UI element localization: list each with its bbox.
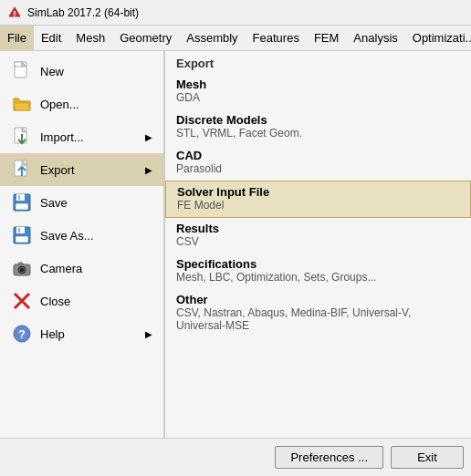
menu-edit[interactable]: Edit (34, 26, 68, 50)
svg-rect-14 (16, 203, 28, 210)
file-menu-open-label: Open... (40, 98, 152, 111)
svg-rect-13 (16, 194, 25, 201)
svg-rect-17 (16, 227, 25, 233)
submenu-item-results[interactable]: Results CSV (165, 218, 471, 254)
menu-bar: File Edit Mesh Geometry Assembly Feature… (0, 26, 471, 51)
open-icon (11, 93, 33, 115)
submenu-item-other[interactable]: Other CSV, Nastran, Abaqus, Medina-BIF, … (165, 289, 471, 337)
file-menu-help-label: Help (40, 327, 145, 341)
menu-fem[interactable]: FEM (307, 26, 346, 50)
file-menu-export-label: Export (40, 163, 145, 177)
svg-point-22 (20, 268, 24, 272)
submenu-item-solver-desc: FE Model (177, 199, 459, 212)
close-icon (11, 290, 33, 312)
export-arrow: ▶ (145, 165, 152, 175)
help-icon: ? (11, 323, 33, 345)
file-menu-help[interactable]: ? Help ▶ (0, 317, 163, 350)
submenu-item-specifications-desc: Mesh, LBC, Optimization, Sets, Groups... (176, 271, 460, 284)
submenu-item-cad-title: CAD (176, 149, 460, 162)
file-menu-save[interactable]: Save (0, 186, 163, 219)
title-bar-text: SimLab 2017.2 (64-bit) (27, 6, 139, 19)
file-menu-saveas-label: Save As... (40, 229, 152, 243)
new-icon (11, 60, 33, 82)
file-menu-camera[interactable]: Camera (0, 252, 163, 285)
submenu-item-mesh-title: Mesh (176, 78, 460, 91)
saveas-icon (11, 224, 33, 246)
help-arrow: ▶ (145, 329, 152, 339)
submenu-item-other-desc: CSV, Nastran, Abaqus, Medina-BIF, Univer… (176, 306, 460, 332)
file-menu-close-label: Close (40, 295, 152, 308)
submenu-item-discrete[interactable]: Discrete Models STL, VRML, Facet Geom. (165, 109, 471, 145)
submenu-item-mesh-desc: GDA (176, 91, 460, 104)
save-icon (11, 191, 33, 213)
menu-assembly[interactable]: Assembly (179, 26, 245, 50)
file-menu-import-label: Import... (40, 130, 145, 144)
menu-file[interactable]: File (0, 26, 34, 50)
svg-text:?: ? (18, 327, 26, 341)
svg-rect-19 (18, 228, 20, 233)
submenu-item-cad-desc: Parasolid (176, 162, 460, 175)
menu-geometry[interactable]: Geometry (112, 26, 179, 50)
file-menu: New Open... Import... ▶ (0, 51, 164, 438)
submenu-item-results-title: Results (176, 222, 460, 235)
submenu-item-discrete-desc: STL, VRML, Facet Geom. (176, 127, 460, 140)
app-logo (7, 5, 22, 20)
file-menu-new[interactable]: New (0, 55, 163, 88)
submenu-item-other-title: Other (176, 293, 460, 306)
main-area: New Open... Import... ▶ (0, 51, 471, 438)
svg-rect-18 (16, 236, 28, 243)
submenu-item-discrete-title: Discrete Models (176, 113, 460, 127)
title-bar: SimLab 2017.2 (64-bit) (0, 0, 471, 26)
file-menu-import[interactable]: Import... ▶ (0, 120, 163, 153)
submenu-item-specifications-title: Specifications (176, 257, 460, 271)
menu-mesh[interactable]: Mesh (68, 26, 112, 50)
submenu-item-solver[interactable]: Solver Input File FE Model (165, 181, 471, 218)
export-submenu: Export Mesh GDA Discrete Models STL, VRM… (164, 51, 471, 438)
submenu-item-solver-title: Solver Input File (177, 185, 459, 199)
bottom-bar: Preferences ... Exit (0, 438, 471, 476)
svg-rect-15 (18, 195, 20, 200)
svg-rect-4 (15, 62, 22, 67)
submenu-item-specifications[interactable]: Specifications Mesh, LBC, Optimization, … (165, 254, 471, 289)
import-arrow: ▶ (145, 132, 152, 142)
exit-button[interactable]: Exit (391, 446, 464, 469)
menu-optimization[interactable]: Optimizati... (405, 26, 471, 50)
submenu-item-results-desc: CSV (176, 235, 460, 248)
submenu-header: Export (165, 51, 471, 74)
file-menu-new-label: New (40, 65, 152, 78)
file-menu-close[interactable]: Close (0, 285, 163, 317)
menu-analysis[interactable]: Analysis (346, 26, 404, 50)
camera-icon (11, 257, 33, 279)
submenu-item-mesh[interactable]: Mesh GDA (165, 74, 471, 109)
submenu-item-cad[interactable]: CAD Parasolid (165, 145, 471, 181)
file-menu-save-label: Save (40, 196, 152, 210)
file-menu-saveas[interactable]: Save As... (0, 219, 163, 252)
file-menu-camera-label: Camera (40, 262, 152, 275)
svg-point-2 (14, 15, 16, 16)
svg-rect-23 (18, 263, 23, 265)
file-menu-open[interactable]: Open... (0, 88, 163, 120)
export-icon (11, 159, 33, 181)
preferences-button[interactable]: Preferences ... (275, 446, 383, 469)
import-icon (11, 126, 33, 148)
file-menu-export[interactable]: Export ▶ (0, 153, 163, 186)
menu-features[interactable]: Features (246, 26, 307, 50)
